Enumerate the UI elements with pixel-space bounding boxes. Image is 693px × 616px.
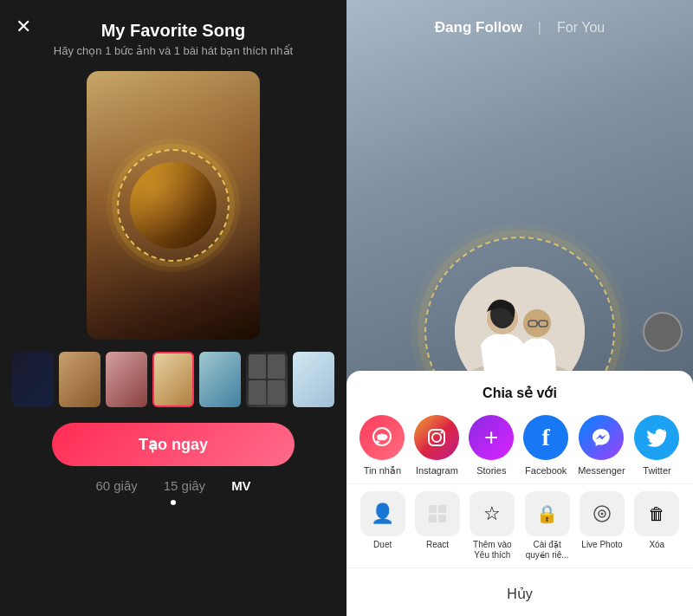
thumbnail-item[interactable] <box>12 352 54 407</box>
share-item-duet[interactable]: 👤 Duet <box>360 491 405 561</box>
share-row-1: Tin nhắn Instagram + Stories f Facebook <box>346 415 693 477</box>
react-label: React <box>426 540 449 550</box>
tinnhan-icon <box>359 415 405 460</box>
share-item-favorite[interactable]: ☆ Thêm vàoYêu thích <box>470 491 515 561</box>
side-avatar[interactable] <box>643 312 683 352</box>
vinyl-ring <box>117 149 230 262</box>
livephoto-icon <box>580 491 625 536</box>
divider <box>346 483 693 484</box>
share-item-tinnhan[interactable]: Tin nhắn <box>359 415 405 477</box>
twitter-label: Twitter <box>643 465 670 476</box>
share-item-facebook[interactable]: f Facebook <box>523 415 568 476</box>
thumbnail-item[interactable] <box>293 352 334 407</box>
page-subtitle: Hãy chọn 1 bức ảnh và 1 bài hát bạn thíc… <box>54 44 293 57</box>
svg-rect-13 <box>438 505 446 513</box>
share-item-delete[interactable]: 🗑 Xóa <box>634 491 679 561</box>
close-button[interactable]: ✕ <box>16 16 31 38</box>
favorite-icon: ☆ <box>470 491 515 536</box>
stories-icon: + <box>469 415 514 460</box>
instagram-label: Instagram <box>416 465 458 476</box>
privacy-icon: 🔒 <box>525 491 570 536</box>
thumbnail-row <box>3 352 343 407</box>
svg-point-11 <box>441 431 444 434</box>
stories-label: Stories <box>476 465 506 476</box>
share-title: Chia sẻ với <box>346 385 693 401</box>
facebook-label: Facebook <box>525 465 567 476</box>
thumbnail-item-active[interactable] <box>152 352 194 407</box>
livephoto-label: Live Photo <box>581 540 622 550</box>
svg-point-10 <box>432 433 441 442</box>
share-item-stories[interactable]: + Stories <box>469 415 514 476</box>
svg-rect-15 <box>438 515 446 522</box>
tinnhan-label: Tin nhắn <box>364 465 401 477</box>
favorite-label: Thêm vàoYêu thích <box>473 540 511 561</box>
share-row-2: 👤 Duet React ☆ Thêm vàoYêu thích 🔒 Cài đ… <box>346 491 693 561</box>
active-indicator <box>171 500 176 505</box>
left-panel: ✕ My Favorite Song Hãy chọn 1 bức ảnh và… <box>0 0 346 616</box>
share-item-livephoto[interactable]: Live Photo <box>580 491 625 561</box>
divider-2 <box>346 567 693 568</box>
delete-label: Xóa <box>649 540 664 550</box>
vinyl-inner <box>130 162 217 249</box>
duration-15s[interactable]: 15 giây <box>164 478 205 493</box>
svg-rect-14 <box>429 515 437 522</box>
right-content: Đang Follow | For You <box>346 0 693 616</box>
duration-mv[interactable]: MV <box>231 478 251 493</box>
create-button[interactable]: Tạo ngay <box>52 423 295 466</box>
duration-row: 60 giây 15 giây MV <box>95 478 250 493</box>
share-item-instagram[interactable]: Instagram <box>414 415 459 476</box>
facebook-icon: f <box>523 415 568 460</box>
main-preview <box>87 71 260 340</box>
svg-point-18 <box>600 513 603 515</box>
right-panel: Đang Follow | For You <box>346 0 693 616</box>
privacy-label: Cài đặtquyền riê... <box>526 540 569 561</box>
tab-following[interactable]: Đang Follow <box>435 19 522 36</box>
twitter-icon <box>634 415 679 460</box>
page-title: My Favorite Song <box>101 21 246 41</box>
duration-60s[interactable]: 60 giây <box>95 478 137 493</box>
cancel-button[interactable]: Hủy <box>346 575 693 616</box>
feed-header: Đang Follow | For You <box>346 0 693 47</box>
react-icon <box>415 491 460 536</box>
instagram-icon <box>414 415 459 460</box>
thumbnail-item[interactable] <box>106 352 147 407</box>
share-item-privacy[interactable]: 🔒 Cài đặtquyền riê... <box>525 491 570 561</box>
tab-divider: | <box>538 20 541 36</box>
duet-label: Duet <box>373 540 392 550</box>
share-item-messenger[interactable]: Messenger <box>578 415 625 476</box>
thumbnail-item[interactable] <box>246 352 288 407</box>
thumbnail-item[interactable] <box>199 352 241 407</box>
delete-icon: 🗑 <box>634 491 679 536</box>
messenger-icon <box>579 415 624 460</box>
share-item-react[interactable]: React <box>415 491 460 561</box>
messenger-label: Messenger <box>578 465 625 476</box>
share-item-twitter[interactable]: Twitter <box>634 415 679 476</box>
tab-foryou[interactable]: For You <box>557 20 605 36</box>
share-sheet: Chia sẻ với Tin nhắn Instagram + <box>346 371 693 616</box>
svg-rect-12 <box>429 505 437 513</box>
thumbnail-item[interactable] <box>59 352 100 407</box>
duet-icon: 👤 <box>360 491 405 536</box>
